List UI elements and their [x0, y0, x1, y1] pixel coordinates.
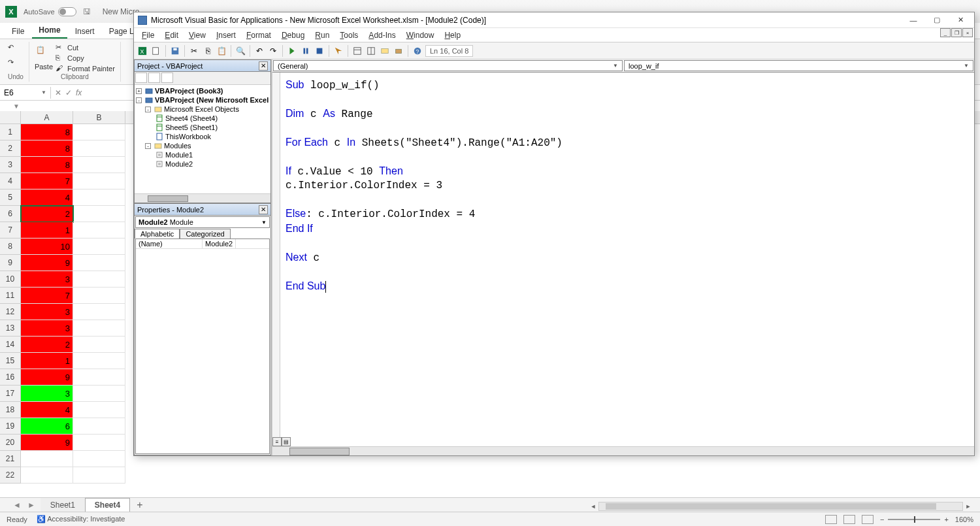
- format-painter-button[interactable]: 🖌Format Painter: [56, 64, 115, 73]
- properties-tab-alphabetic[interactable]: Alphabetic: [135, 229, 180, 238]
- cell[interactable]: 3: [21, 271, 73, 288]
- view-object-icon[interactable]: [148, 73, 160, 83]
- procedure-view-icon[interactable]: ≡: [272, 437, 282, 446]
- view-excel-icon[interactable]: X: [137, 45, 148, 57]
- enter-formula-icon[interactable]: ✓: [65, 88, 72, 97]
- cell[interactable]: 7: [21, 288, 73, 304]
- cell[interactable]: 7: [21, 173, 73, 189]
- cell[interactable]: [73, 255, 125, 271]
- cell[interactable]: 4: [21, 402, 73, 418]
- cell[interactable]: [73, 320, 125, 337]
- ribbon-tab-home[interactable]: Home: [32, 23, 67, 39]
- minimize-button[interactable]: —: [902, 14, 924, 27]
- properties-window-icon[interactable]: [365, 45, 377, 57]
- tree-item[interactable]: -VBAProject (New Microsoft Excel Worksl: [136, 95, 269, 105]
- maximize-button[interactable]: ▢: [926, 14, 948, 27]
- cell[interactable]: [73, 337, 125, 353]
- redo-button[interactable]: ↷: [8, 58, 17, 67]
- cell[interactable]: 9: [21, 369, 73, 386]
- row-header[interactable]: 16: [0, 369, 21, 386]
- menu-file[interactable]: File: [137, 29, 159, 41]
- tree-item[interactable]: +VBAProject (Book3): [136, 86, 269, 95]
- object-dropdown[interactable]: (General)▼: [273, 60, 623, 71]
- row-header[interactable]: 6: [0, 206, 21, 222]
- row-header[interactable]: 11: [0, 288, 21, 304]
- menu-format[interactable]: Format: [241, 29, 276, 41]
- zoom-slider[interactable]: [888, 519, 940, 520]
- cell[interactable]: [73, 435, 125, 451]
- row-header[interactable]: 8: [0, 238, 21, 255]
- cell[interactable]: [73, 304, 125, 320]
- cell[interactable]: 9: [21, 255, 73, 271]
- row-header[interactable]: 9: [0, 255, 21, 271]
- properties-object-combo[interactable]: Module2 Module ▼: [135, 216, 270, 228]
- cell[interactable]: [73, 189, 125, 206]
- cell[interactable]: [21, 467, 73, 484]
- property-row[interactable]: (Name)Module2: [136, 239, 269, 249]
- vbe-titlebar[interactable]: Microsoft Visual Basic for Applications …: [134, 12, 974, 28]
- tree-item[interactable]: Module1: [136, 150, 269, 159]
- cell[interactable]: [73, 288, 125, 304]
- row-header[interactable]: 2: [0, 140, 21, 157]
- full-module-view-icon[interactable]: ▤: [282, 437, 291, 446]
- run-icon[interactable]: [286, 45, 298, 57]
- menu-window[interactable]: Window: [401, 29, 440, 41]
- column-header[interactable]: A: [21, 111, 73, 123]
- sheet-tab-sheet1[interactable]: Sheet1: [41, 498, 85, 512]
- ribbon-tab-file[interactable]: File: [5, 24, 31, 39]
- normal-view-button[interactable]: [825, 515, 837, 524]
- project-hscroll[interactable]: [135, 193, 270, 203]
- tree-toggle-icon[interactable]: -: [136, 97, 142, 103]
- tree-item[interactable]: ThisWorkbook: [136, 132, 269, 141]
- close-button[interactable]: ✕: [949, 14, 972, 27]
- insert-module-icon[interactable]: [150, 45, 162, 57]
- autosave-toggle[interactable]: [58, 7, 76, 16]
- menu-debug[interactable]: Debug: [276, 29, 310, 41]
- tree-toggle-icon[interactable]: -: [145, 107, 151, 112]
- tree-item[interactable]: -Modules: [136, 141, 269, 150]
- row-header[interactable]: 20: [0, 435, 21, 451]
- view-code-icon[interactable]: [135, 73, 147, 83]
- column-header[interactable]: B: [73, 111, 125, 123]
- tree-toggle-icon[interactable]: -: [145, 143, 151, 149]
- tree-item[interactable]: Sheet5 (Sheet1): [136, 123, 269, 132]
- name-box[interactable]: E6▼: [0, 87, 51, 99]
- help-icon[interactable]: ?: [412, 45, 423, 57]
- cell[interactable]: 6: [21, 418, 73, 435]
- row-header[interactable]: 10: [0, 271, 21, 288]
- row-header[interactable]: 22: [0, 467, 21, 484]
- ribbon-tab-insert[interactable]: Insert: [69, 24, 101, 39]
- row-header[interactable]: 13: [0, 320, 21, 337]
- cell[interactable]: [21, 451, 73, 467]
- tree-item[interactable]: Module2: [136, 159, 269, 169]
- cell[interactable]: [73, 222, 125, 238]
- object-browser-icon[interactable]: [379, 45, 391, 57]
- project-panel-title[interactable]: Project - VBAProject ✕: [135, 60, 270, 72]
- save-icon[interactable]: [169, 45, 181, 57]
- row-header[interactable]: 5: [0, 189, 21, 206]
- cell[interactable]: 2: [21, 206, 73, 222]
- code-hscroll[interactable]: [272, 446, 974, 455]
- menu-addins[interactable]: Add-Ins: [363, 29, 400, 41]
- find-icon[interactable]: 🔍: [235, 45, 246, 57]
- cell[interactable]: [73, 124, 125, 140]
- menu-insert[interactable]: Insert: [211, 29, 241, 41]
- cell[interactable]: 3: [21, 320, 73, 337]
- cell[interactable]: [73, 418, 125, 435]
- cell[interactable]: [73, 353, 125, 369]
- properties-panel-close-icon[interactable]: ✕: [259, 205, 268, 214]
- cell[interactable]: [73, 467, 125, 484]
- cell[interactable]: [73, 402, 125, 418]
- page-layout-view-button[interactable]: [843, 515, 855, 524]
- row-header[interactable]: 14: [0, 337, 21, 353]
- tree-item[interactable]: Sheet4 (Sheet4): [136, 114, 269, 123]
- row-header[interactable]: 7: [0, 222, 21, 238]
- cell[interactable]: 1: [21, 353, 73, 369]
- redo-icon[interactable]: ↷: [267, 45, 279, 57]
- menu-tools[interactable]: Tools: [335, 29, 363, 41]
- cell[interactable]: [73, 451, 125, 467]
- row-header[interactable]: 3: [0, 157, 21, 173]
- tree-toggle-icon[interactable]: +: [136, 88, 142, 94]
- row-header[interactable]: 12: [0, 304, 21, 320]
- cell[interactable]: [73, 173, 125, 189]
